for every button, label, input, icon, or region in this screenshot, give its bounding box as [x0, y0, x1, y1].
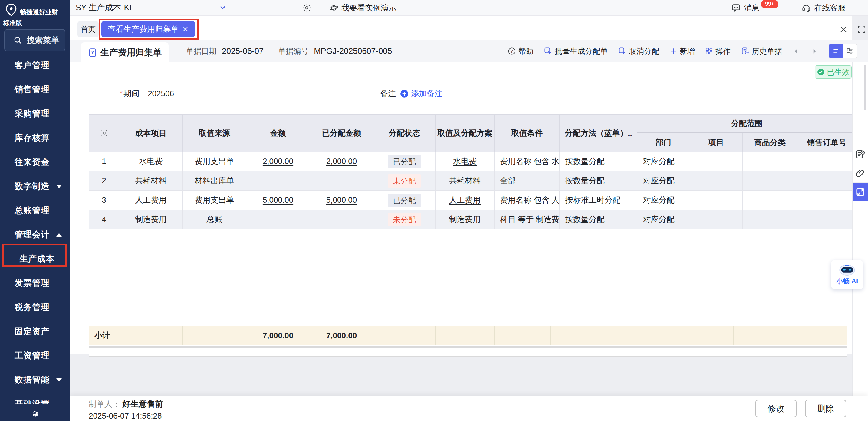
sidebar-item-data-intelligence[interactable]: 数据智能	[0, 368, 70, 392]
cell-link-allocated-amount[interactable]: 2,000.00	[326, 157, 357, 166]
column-header-3[interactable]: 已分配金额	[310, 115, 373, 152]
cell-allocated-amount	[310, 210, 373, 229]
demo-link[interactable]: 我要看实例演示	[329, 0, 397, 16]
table-row: 4制造费用总账未分配制造费用科目 等于 制造费按数量分配对应分配	[89, 210, 856, 229]
sidebar-item-label: 数据智能	[14, 374, 50, 386]
cell-amount: 5,000.00	[246, 191, 310, 210]
attachments-button[interactable]	[852, 164, 868, 183]
sidebar-item-inventory-accounting[interactable]: 库存核算	[0, 126, 70, 150]
cell-method: 按数量分配	[560, 210, 638, 229]
chevron-up-icon	[56, 233, 62, 236]
messages-button[interactable]: 消息	[731, 0, 760, 16]
sidebar-item-label: 往来资金	[14, 156, 50, 168]
subtotal-cell	[551, 326, 628, 345]
cell-status: 已分配	[373, 152, 435, 171]
prev-record-button[interactable]	[792, 47, 800, 55]
next-record-button[interactable]	[810, 47, 818, 55]
edit-button[interactable]: 修改	[755, 400, 797, 417]
topbar-settings-button[interactable]	[302, 3, 312, 13]
cell-condition: 费用名称 包含 人	[495, 191, 560, 210]
batch-generate-button[interactable]: 批量生成分配单	[544, 46, 608, 56]
cell-link-scheme[interactable]: 人工费用	[449, 195, 480, 204]
footer-buttons: 修改 删除	[755, 400, 846, 417]
column-header-2[interactable]: 金额	[246, 115, 310, 152]
menu-search-input[interactable]: 搜索菜单	[4, 29, 65, 52]
cell-row-number: 1	[89, 152, 119, 171]
sidebar-item-label: 管理会计	[14, 229, 50, 240]
column-header-6[interactable]: 取值条件	[495, 115, 560, 152]
sidebar-item-general-ledger[interactable]: 总账管理	[0, 198, 70, 223]
cell-amount	[246, 210, 310, 229]
delete-button[interactable]: 删除	[805, 400, 846, 417]
sidebar-item-purchase-mgmt[interactable]: 采购管理	[0, 102, 70, 126]
column-header-1[interactable]: 取值来源	[183, 115, 246, 152]
globe-icon	[329, 3, 338, 12]
online-support-button[interactable]: 在线客服	[801, 0, 846, 16]
history-button[interactable]: 历史单据	[741, 46, 782, 56]
vertical-scrollbar-thumb[interactable]	[864, 65, 867, 110]
tab-close-icon[interactable]: ✕	[182, 25, 188, 34]
fullscreen-icon[interactable]	[857, 25, 866, 34]
cell-sales-order-no	[797, 210, 856, 229]
cell-link-scheme[interactable]: 水电费	[453, 157, 477, 166]
settings-gear-icon[interactable]	[30, 408, 40, 417]
status-pill: 未分配	[388, 174, 421, 188]
subcolumn-header-3[interactable]: 销售订单号	[797, 133, 856, 152]
cell-value-source: 费用支出单	[183, 191, 246, 210]
cell-link-amount[interactable]: 5,000.00	[263, 195, 293, 204]
operations-button[interactable]: 操作	[705, 46, 731, 56]
cancel-allocation-button[interactable]: 取消分配	[618, 46, 659, 56]
sidebar-item-invoice-mgmt[interactable]: 发票管理	[0, 271, 70, 295]
cell-link-scheme[interactable]: 共耗材料	[449, 176, 480, 185]
tab-active-label: 查看生产费用归集单	[108, 24, 179, 34]
logo: 畅捷通好业财	[4, 3, 58, 17]
sidebar-item-current-funds[interactable]: 往来资金	[0, 150, 70, 174]
tab-home[interactable]: 首页	[78, 21, 99, 37]
creator-label: 制单人：	[89, 399, 120, 409]
sidebar-item-sales-mgmt[interactable]: 销售管理	[0, 77, 70, 102]
column-header-4[interactable]: 分配状态	[373, 115, 435, 152]
operations-label: 操作	[715, 46, 731, 56]
sidebar-item-production-cost[interactable]: 生产成本	[0, 247, 70, 271]
history-label: 历史单据	[752, 46, 782, 56]
add-new-button[interactable]: 新增	[670, 46, 695, 56]
doc-cursor-icon	[618, 47, 626, 55]
list-view-button[interactable]	[829, 44, 843, 58]
sidebar-item-payroll-mgmt[interactable]: 工资管理	[0, 344, 70, 368]
add-remark-link[interactable]: 添加备注	[400, 88, 442, 99]
doc-clock-icon	[855, 150, 866, 160]
sidebar-item-tax-mgmt[interactable]: 税务管理	[0, 295, 70, 319]
cell-allocated-amount	[310, 171, 373, 191]
help-button[interactable]: ? 帮助	[507, 46, 534, 56]
sidebar-item-customer-mgmt[interactable]: 客户管理	[0, 53, 70, 77]
plus-icon	[670, 47, 677, 55]
add-remark-label: 添加备注	[411, 88, 442, 99]
subcolumn-header-2[interactable]: 商品分类	[743, 133, 797, 152]
expand-panel-button[interactable]	[852, 183, 868, 201]
card-view-button[interactable]	[843, 44, 857, 58]
cell-link-amount[interactable]: 2,000.00	[263, 157, 293, 166]
cell-allocated-amount: 2,000.00	[310, 152, 373, 171]
subtotal-cell	[119, 326, 183, 345]
cell-project	[689, 191, 743, 210]
column-header-7[interactable]: 分配方法（蓝单）..	[560, 115, 638, 152]
subcolumn-header-0[interactable]: 部门	[638, 133, 689, 152]
rail-icons	[852, 145, 868, 201]
subcolumn-header-1[interactable]: 项目	[689, 133, 743, 152]
sidebar-item-fixed-assets[interactable]: 固定资产	[0, 319, 70, 344]
document-title: 生产费用归集单	[100, 46, 162, 59]
column-header-5[interactable]: 取值及分配方案	[435, 115, 495, 152]
table-settings-icon[interactable]	[89, 115, 119, 152]
close-all-icon[interactable]	[839, 25, 848, 34]
horizontal-scrollbar[interactable]	[89, 346, 847, 357]
column-header-0[interactable]: 成本项目	[119, 115, 183, 152]
cell-link-allocated-amount[interactable]: 5,000.00	[326, 195, 357, 204]
sidebar-item-management-accounting[interactable]: 管理会计	[0, 223, 70, 247]
workspace-selector[interactable]: SY-生产成本-KL	[76, 0, 227, 15]
ai-assistant-widget[interactable]: 小畅 AI	[831, 260, 863, 289]
tab-active-document[interactable]: 查看生产费用归集单 ✕	[101, 21, 195, 37]
sidebar-item-digital-manufacturing[interactable]: 数字制造	[0, 174, 70, 198]
subtotal-row-wrap: 小计7,000.007,000.00	[89, 326, 847, 345]
cell-link-scheme[interactable]: 制造费用	[449, 215, 480, 224]
doc-log-button[interactable]	[852, 145, 868, 164]
